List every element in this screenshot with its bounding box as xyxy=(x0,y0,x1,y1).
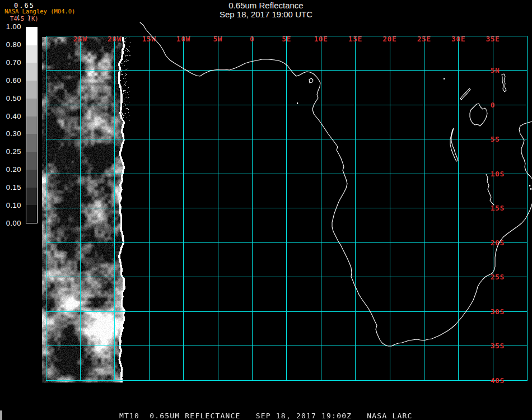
lon-label: 20W xyxy=(108,35,122,43)
latlon-grid xyxy=(46,36,528,380)
lon-label: 25E xyxy=(417,35,431,43)
lat-label: 35S xyxy=(491,342,505,350)
lat-label: 30S xyxy=(491,307,505,316)
status-bar-text: MT10 0.65UM REFLECTANCE SEP 18, 2017 19:… xyxy=(119,412,413,420)
lat-label: 15S xyxy=(491,204,505,212)
map-overlay: 25W20W15W10W5W05E10E15E20E25E30E35E5N05S… xyxy=(0,0,532,420)
africa-coastline xyxy=(140,22,532,346)
island-speck xyxy=(530,188,531,190)
lat-label: 5N xyxy=(491,66,500,74)
lon-label: 15E xyxy=(348,35,362,43)
island-speck xyxy=(444,78,445,80)
lat-label: 0 xyxy=(491,101,495,109)
lat-label: 5S xyxy=(491,135,500,143)
lon-label: 25W xyxy=(73,35,87,43)
lon-label: 0 xyxy=(250,35,254,43)
lon-label: 10E xyxy=(314,35,328,43)
lon-label: 5E xyxy=(282,35,291,43)
lat-label: 40S xyxy=(491,376,505,385)
lon-label: 35E xyxy=(486,35,500,43)
lon-label: 10W xyxy=(176,35,190,43)
satellite-image-viewer: 0.65 ( ) NASA Langley (M04.0) T4-5 (K) 0… xyxy=(0,0,532,420)
lat-label: 20S xyxy=(491,239,505,247)
island-speck xyxy=(529,185,530,186)
island-speck xyxy=(297,102,298,104)
lon-label: 30E xyxy=(451,35,465,43)
lon-label: 20E xyxy=(383,35,397,43)
lat-label: 25S xyxy=(491,273,505,281)
corner-artifact xyxy=(0,410,2,420)
lon-label: 5W xyxy=(213,35,223,43)
lat-label: 10S xyxy=(491,170,505,178)
